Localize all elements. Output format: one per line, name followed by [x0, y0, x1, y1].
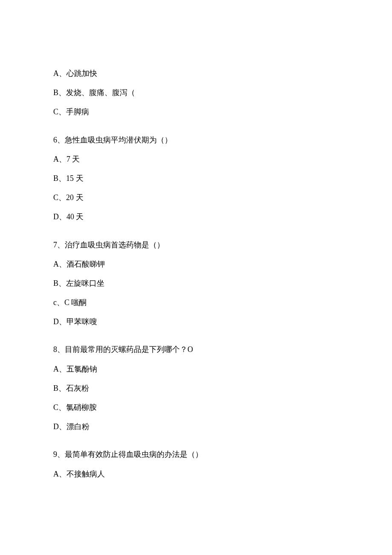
text-line: B、发烧、腹痛、腹泻（: [53, 87, 349, 98]
text-line: A、五氯酚钠: [53, 364, 349, 375]
text-line: D、漂白粉: [53, 421, 349, 432]
text-line: C、20 天: [53, 192, 349, 203]
text-line: D、40 天: [53, 212, 349, 222]
text-line: 8、目前最常用的灭螺药品是下列哪个？O: [53, 344, 349, 355]
text-line: B、左旋咪口坐: [53, 278, 349, 289]
text-line: D、甲苯咪嗖: [53, 317, 349, 327]
text-line: 7、治疗血吸虫病首选药物是（）: [53, 240, 349, 250]
text-line: A、不接触病人: [53, 469, 349, 479]
text-line: c、C 嗤酮: [53, 297, 349, 308]
text-line: A、心跳加快: [53, 68, 349, 79]
text-line: C、手脚病: [53, 107, 349, 117]
text-line: B、15 天: [53, 173, 349, 184]
text-line: A、7 天: [53, 154, 349, 165]
text-line: A、酒石酸睇钾: [53, 259, 349, 270]
text-line: 6、急性血吸虫病平均潜伏期为（）: [53, 135, 349, 145]
text-line: C、氯硝柳胺: [53, 402, 349, 413]
text-line: 9、最简单有效防止得血吸虫病的办法是（）: [53, 449, 349, 460]
document-content: A、心跳加快B、发烧、腹痛、腹泻（C、手脚病6、急性血吸虫病平均潜伏期为（）A、…: [53, 68, 349, 479]
text-line: B、石灰粉: [53, 383, 349, 394]
